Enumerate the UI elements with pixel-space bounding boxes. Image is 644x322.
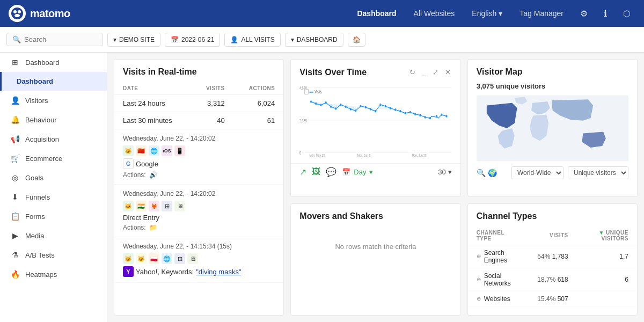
all-visits-button[interactable]: 👤 ALL VISITS	[224, 33, 280, 47]
visits-col-header: VISITS	[192, 82, 233, 95]
os-icon: ⊞	[162, 201, 172, 211]
sidebar-item-ecommerce[interactable]: 🛒 Ecommerce	[0, 149, 107, 168]
close-icon[interactable]: ✕	[444, 67, 452, 77]
sidebar-item-forms[interactable]: 📋 Forms	[0, 207, 107, 226]
sidebar-item-dashboard-sub[interactable]: Dashboard	[0, 72, 107, 91]
home-button[interactable]: 🏠	[348, 33, 365, 47]
metric-selector[interactable]: Unique visitors	[568, 166, 628, 179]
table-row: ⊕ Websites 15.4% 507	[468, 291, 637, 306]
sidebar-item-visitors[interactable]: 👤 Visitors	[0, 91, 107, 110]
nav-language[interactable]: English ▾	[464, 6, 510, 21]
svg-point-23	[360, 105, 362, 108]
visitor-icon: 🐱	[123, 253, 134, 264]
svg-point-36	[425, 116, 426, 119]
websites-unique	[577, 291, 637, 306]
nav-dashboard[interactable]: Dashboard	[349, 6, 404, 21]
date-label: 2022-06-21	[181, 36, 214, 43]
last-30m-actions: 61	[233, 112, 284, 129]
visit-date: Wednesday, June 22, - 14:20:02	[123, 135, 275, 142]
channel-types-table: CHANNEL TYPE VISITS ▼ UNIQUE VISITORS ⊕	[468, 226, 637, 307]
globe-icon[interactable]: 🌍	[488, 169, 497, 177]
info-icon[interactable]: ℹ	[597, 5, 614, 22]
sidebar-item-dashboard-header[interactable]: ⊞ Dashboard	[0, 53, 107, 72]
search-engines-visits: 54% 1,783	[529, 245, 576, 268]
no-rows-message: No rows match the criteria	[291, 226, 460, 267]
sidebar-item-behaviour[interactable]: 🔔 Behaviour	[0, 110, 107, 129]
search-box[interactable]: 🔍	[6, 33, 103, 46]
nav-tag-manager[interactable]: Tag Manager	[512, 6, 571, 21]
source-label: Direct Entry	[123, 214, 159, 222]
sidebar-item-funnels[interactable]: ⬇ Funnels	[0, 187, 107, 207]
minimize-icon[interactable]: _	[421, 67, 427, 77]
realtime-table: DATE VISITS ACTIONS Last 24 hours 3,312 …	[114, 82, 283, 129]
social-networks-visits: 18.7% 618	[529, 268, 576, 291]
sidebar-label-media: Media	[25, 232, 44, 240]
map-visualization	[477, 93, 628, 163]
ecommerce-icon: 🛒	[10, 154, 20, 163]
table-row: Last 30 minutes 40 61	[114, 112, 283, 129]
sidebar-label-abtests: A/B Tests	[25, 251, 55, 259]
svg-point-3	[14, 14, 20, 17]
region-selector[interactable]: World-Wide	[511, 166, 564, 179]
acquisition-icon: 📢	[10, 135, 20, 143]
share-icon[interactable]: ↗	[299, 167, 306, 177]
movers-shakers-widget: Movers and Shakers No rows match the cri…	[290, 203, 460, 316]
zoom-in-icon[interactable]: 🔍	[477, 169, 486, 177]
demo-site-button[interactable]: ▾ DEMO SITE	[107, 33, 160, 47]
map-unique-visitors: 3,075 unique visitors	[477, 82, 628, 90]
sidebar: ⊞ Dashboard Dashboard 👤 Visitors 🔔 Behav…	[0, 53, 107, 322]
expand-icon-sn[interactable]: ⊕	[477, 276, 481, 282]
sidebar-item-acquisition[interactable]: 📢 Acquisition	[0, 129, 107, 149]
sidebar-label-visitors: Visitors	[25, 97, 48, 105]
sidebar-label-behaviour: Behaviour	[25, 116, 57, 124]
svg-text:Mon, Jun 20: Mon, Jun 20	[412, 153, 427, 157]
keyword-link[interactable]: "diving masks"	[196, 268, 241, 276]
logout-icon[interactable]: ⬡	[618, 5, 635, 22]
expand-icon-w[interactable]: ⊕	[477, 296, 481, 302]
date-button[interactable]: 📅 2022-06-21	[165, 33, 220, 47]
svg-point-37	[429, 117, 431, 120]
logo-text: matomo	[30, 8, 70, 20]
svg-text:Mon, Jun 6: Mon, Jun 6	[357, 153, 371, 157]
svg-point-2	[18, 10, 21, 13]
forms-icon: 📋	[10, 212, 20, 221]
svg-point-31	[400, 110, 401, 113]
comment-icon[interactable]: 💬	[326, 167, 336, 177]
abtests-icon: ⚗	[10, 251, 20, 259]
visit-icons: 🐱 🇨🇳 🌐 iOS 📱	[123, 145, 275, 156]
channel-types-widget: Channel Types CHANNEL TYPE VISITS ▼ UNIQ…	[467, 203, 638, 316]
expand-icon-se[interactable]: ⊕	[477, 253, 481, 259]
channel-social-networks: ⊕ Social Networks	[468, 268, 529, 291]
svg-point-40	[446, 115, 448, 118]
demo-site-label: DEMO SITE	[119, 36, 155, 43]
settings-icon[interactable]: ⚙	[575, 5, 592, 22]
period-selector[interactable]: 📅 Day ▾	[342, 167, 373, 177]
sidebar-label-acquisition: Acquisition	[25, 135, 59, 143]
flag-icon: 🇵🇱	[149, 253, 159, 264]
visit-icons: 🐱 🇮🇳 🦊 ⊞ 🖥	[123, 201, 275, 211]
widget-controls: ↻ _ ⤢ ✕	[408, 67, 451, 77]
visitor-icon2: 🐱	[136, 253, 147, 264]
svg-point-0	[11, 8, 23, 19]
dashboard-button[interactable]: ▾ DASHBOARD	[285, 33, 343, 47]
funnels-icon: ⬇	[10, 193, 20, 201]
google-icon: G	[123, 158, 134, 169]
sidebar-item-media[interactable]: ▶ Media	[0, 226, 107, 245]
sidebar-item-heatmaps[interactable]: 🔥 Heatmaps	[0, 265, 107, 284]
nav-all-websites[interactable]: All Websites	[406, 6, 463, 21]
caret-icon-2: ▾	[291, 36, 294, 43]
visit-actions: Actions: 📁	[123, 224, 275, 231]
image-icon[interactable]: 🖼	[312, 167, 320, 177]
browser-icon: 🦊	[149, 201, 159, 211]
sidebar-item-abtests[interactable]: ⚗ A/B Tests	[0, 245, 107, 265]
flag-icon: 🇮🇳	[136, 201, 147, 211]
last-24h-label: Last 24 hours	[114, 95, 192, 112]
sidebar-label-funnels: Funnels	[25, 193, 50, 201]
expand-icon[interactable]: ⤢	[431, 67, 440, 77]
logo[interactable]: matomo	[9, 5, 70, 22]
count-selector[interactable]: 30 ▾	[438, 168, 451, 176]
refresh-icon[interactable]: ↻	[408, 67, 416, 77]
sidebar-label-heatmaps: Heatmaps	[25, 270, 57, 279]
search-input[interactable]	[24, 35, 97, 43]
sidebar-item-goals[interactable]: ◎ Goals	[0, 168, 107, 187]
